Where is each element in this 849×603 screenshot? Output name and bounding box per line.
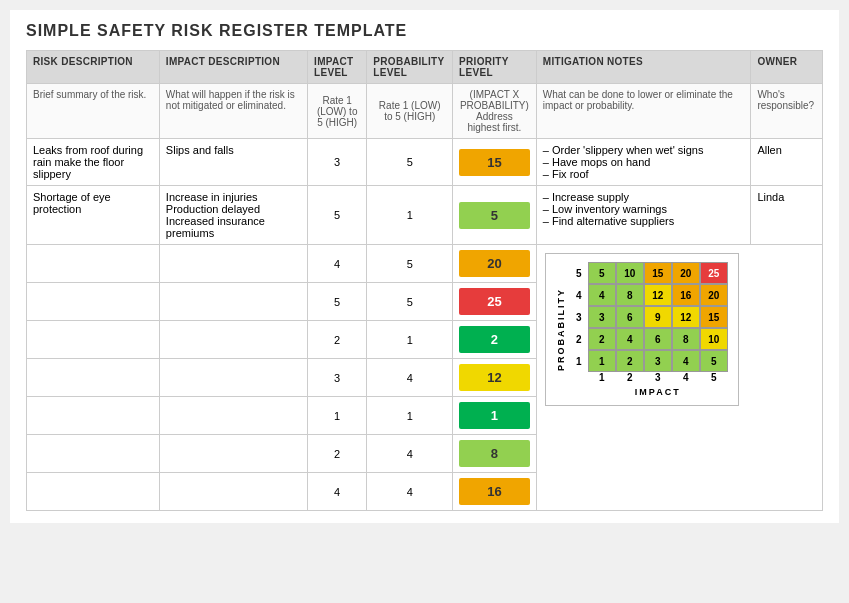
matrix-col-label: 5 <box>700 372 728 383</box>
matrix-cell: 4 <box>588 284 616 306</box>
risk-desc <box>27 321 160 359</box>
risk-desc <box>27 435 160 473</box>
col-header-prob-lvl: PROBABILITY LEVEL <box>367 51 453 84</box>
mit-notes: – Increase supply– Low inventory warning… <box>536 186 751 245</box>
priority-lvl: 16 <box>453 473 537 511</box>
priority-lvl: 1 <box>453 397 537 435</box>
impact-desc <box>159 321 307 359</box>
owner: Linda <box>751 186 823 245</box>
impact-desc <box>159 397 307 435</box>
col-header-owner: OWNER <box>751 51 823 84</box>
impact-desc <box>159 245 307 283</box>
matrix-row-label: 4 <box>570 284 588 306</box>
owner: Allen <box>751 139 823 186</box>
matrix-cell: 10 <box>700 328 728 350</box>
prob-lvl: 4 <box>367 435 453 473</box>
table-row: Leaks from roof during rain make the flo… <box>27 139 823 186</box>
matrix-cell: 9 <box>644 306 672 328</box>
prob-lvl: 4 <box>367 473 453 511</box>
page-title: SIMPLE SAFETY RISK REGISTER TEMPLATE <box>26 22 823 40</box>
matrix-cell: 12 <box>672 306 700 328</box>
subheader-mit: What can be done to lower or eliminate t… <box>536 84 751 139</box>
priority-lvl: 15 <box>453 139 537 186</box>
prob-lvl: 1 <box>367 321 453 359</box>
impact-lvl: 3 <box>308 359 367 397</box>
matrix-cell: 5 <box>700 350 728 372</box>
subheader-priority: (IMPACT X PROBABILITY) Address highest f… <box>453 84 537 139</box>
impact-desc <box>159 435 307 473</box>
table-row: 4 5 20 PROBABILITY5510152025448121620336… <box>27 245 823 283</box>
impact-desc <box>159 359 307 397</box>
risk-desc <box>27 473 160 511</box>
priority-lvl: 8 <box>453 435 537 473</box>
risk-desc <box>27 359 160 397</box>
matrix-x-label: IMPACT <box>588 387 728 397</box>
prob-lvl: 1 <box>367 397 453 435</box>
matrix-cell: 2 <box>616 350 644 372</box>
matrix-cell: 12 <box>644 284 672 306</box>
subheader-owner: Who's responsible? <box>751 84 823 139</box>
risk-desc <box>27 283 160 321</box>
mit-notes: PROBABILITY55101520254481216203369121522… <box>536 245 822 511</box>
matrix-cell: 6 <box>616 306 644 328</box>
matrix-cell: 3 <box>644 350 672 372</box>
priority-lvl: 12 <box>453 359 537 397</box>
impact-lvl: 4 <box>308 473 367 511</box>
col-header-mit: MITIGATION NOTES <box>536 51 751 84</box>
col-header-priority: PRIORITY LEVEL <box>453 51 537 84</box>
matrix-cell: 5 <box>588 262 616 284</box>
subheader-impact-desc: What will happen if the risk is not miti… <box>159 84 307 139</box>
matrix-cell: 4 <box>616 328 644 350</box>
subheader-impact-lvl: Rate 1 (LOW) to 5 (HIGH) <box>308 84 367 139</box>
risk-desc <box>27 245 160 283</box>
matrix-cell: 8 <box>616 284 644 306</box>
impact-lvl: 1 <box>308 397 367 435</box>
matrix-y-label: PROBABILITY <box>556 288 566 371</box>
risk-desc: Leaks from roof during rain make the flo… <box>27 139 160 186</box>
matrix-col-label: 1 <box>588 372 616 383</box>
matrix-cell: 20 <box>672 262 700 284</box>
impact-lvl: 2 <box>308 321 367 359</box>
impact-desc: Increase in injuriesProduction delayedIn… <box>159 186 307 245</box>
priority-lvl: 20 <box>453 245 537 283</box>
impact-desc <box>159 283 307 321</box>
matrix-cell: 1 <box>588 350 616 372</box>
priority-lvl: 5 <box>453 186 537 245</box>
matrix-cell: 15 <box>700 306 728 328</box>
impact-desc <box>159 473 307 511</box>
col-header-impact-desc: IMPACT DESCRIPTION <box>159 51 307 84</box>
matrix-cell: 2 <box>588 328 616 350</box>
table-row: Shortage of eye protection Increase in i… <box>27 186 823 245</box>
matrix-row-label: 1 <box>570 350 588 372</box>
mit-notes: – Order 'slippery when wet' signs– Have … <box>536 139 751 186</box>
prob-lvl: 4 <box>367 359 453 397</box>
col-header-risk: RISK DESCRIPTION <box>27 51 160 84</box>
matrix-col-label: 3 <box>644 372 672 383</box>
prob-lvl: 5 <box>367 245 453 283</box>
matrix-cell: 4 <box>672 350 700 372</box>
impact-lvl: 2 <box>308 435 367 473</box>
impact-desc: Slips and falls <box>159 139 307 186</box>
subheader-risk: Brief summary of the risk. <box>27 84 160 139</box>
matrix-cell: 6 <box>644 328 672 350</box>
matrix-cell: 8 <box>672 328 700 350</box>
matrix-col-label: 2 <box>616 372 644 383</box>
matrix-cell: 25 <box>700 262 728 284</box>
subheader-prob-lvl: Rate 1 (LOW) to 5 (HIGH) <box>367 84 453 139</box>
matrix-cell: 16 <box>672 284 700 306</box>
prob-lvl: 5 <box>367 139 453 186</box>
impact-lvl: 5 <box>308 283 367 321</box>
matrix-cell: 20 <box>700 284 728 306</box>
matrix-row-label: 3 <box>570 306 588 328</box>
matrix-cell: 3 <box>588 306 616 328</box>
matrix-cell: 10 <box>616 262 644 284</box>
prob-lvl: 5 <box>367 283 453 321</box>
impact-lvl: 5 <box>308 186 367 245</box>
matrix-row-label: 2 <box>570 328 588 350</box>
risk-matrix: PROBABILITY55101520254481216203369121522… <box>545 253 739 406</box>
priority-lvl: 25 <box>453 283 537 321</box>
prob-lvl: 1 <box>367 186 453 245</box>
matrix-row-label: 5 <box>570 262 588 284</box>
risk-desc: Shortage of eye protection <box>27 186 160 245</box>
priority-lvl: 2 <box>453 321 537 359</box>
